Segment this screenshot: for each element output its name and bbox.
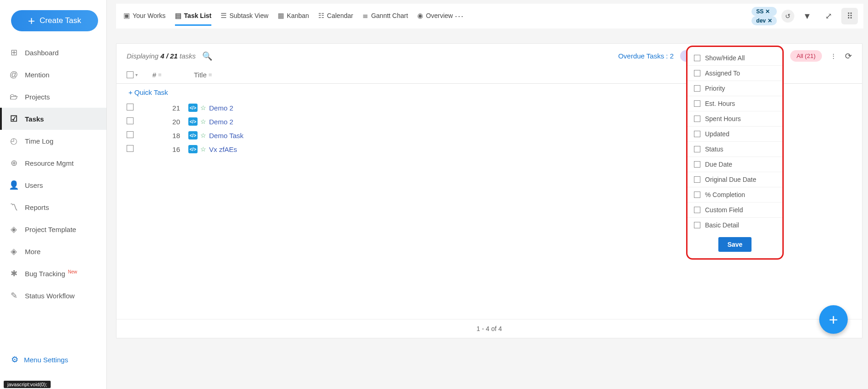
- sidebar-item-label: Mention: [25, 71, 49, 79]
- view-tab-subtask-view[interactable]: ☰Subtask View: [221, 7, 268, 26]
- showhide-option-est-hours[interactable]: Est. Hours: [687, 96, 782, 111]
- code-icon: </>: [188, 117, 198, 126]
- star-icon[interactable]: ☆: [200, 104, 206, 111]
- column-header-num[interactable]: #≡: [152, 71, 194, 79]
- more-views-icon[interactable]: ⋯: [453, 9, 466, 23]
- sidebar-item-mention[interactable]: @ Mention: [0, 64, 106, 86]
- expand-icon[interactable]: ⤢: [820, 8, 837, 24]
- select-caret-icon[interactable]: ▾: [135, 72, 138, 77]
- apps-grid-icon[interactable]: ⠿: [841, 8, 858, 24]
- overview-icon: ◉: [417, 12, 423, 20]
- view-tab-task-list[interactable]: ▤Task List: [175, 7, 212, 26]
- kebab-icon[interactable]: ⋮: [828, 51, 839, 62]
- showhide-option-status[interactable]: Status: [687, 142, 782, 157]
- sidebar-item-resource-mgmt[interactable]: ⊕ Resource Mgmt: [0, 152, 106, 174]
- column-header-title[interactable]: Title≡: [194, 71, 314, 79]
- checkbox[interactable]: [694, 161, 700, 168]
- row-checkbox[interactable]: [127, 131, 134, 138]
- time-log-icon: ◴: [9, 136, 18, 145]
- refresh-icon[interactable]: ⟳: [845, 51, 852, 61]
- showhide-option-due-date[interactable]: Due Date: [687, 157, 782, 172]
- showhide-option-show-hide-all[interactable]: Show/Hide All: [687, 51, 782, 66]
- star-icon[interactable]: ☆: [200, 132, 206, 139]
- showhide-option-updated[interactable]: Updated: [687, 127, 782, 142]
- view-tab-your-works[interactable]: ▣Your Works: [123, 7, 166, 26]
- history-icon[interactable]: ↺: [781, 10, 794, 23]
- status-tooltip: javascript:void(0);: [4, 381, 51, 388]
- sidebar-item-dashboard[interactable]: ⊞ Dashboard: [0, 41, 106, 64]
- checkbox[interactable]: [694, 131, 700, 137]
- showhide-option-original-due-date[interactable]: Original Due Date: [687, 172, 782, 187]
- sidebar-item-users[interactable]: 👤 Users: [0, 174, 106, 196]
- overdue-link[interactable]: Overdue Tasks : 2: [618, 52, 674, 60]
- all-filter-chip[interactable]: All (21): [790, 50, 822, 62]
- create-task-button[interactable]: + Create Task: [11, 10, 98, 31]
- filter-chip-ss[interactable]: SS ✕: [751, 7, 777, 16]
- sidebar-item-project-template[interactable]: ◈ Project Template: [0, 218, 106, 240]
- star-icon[interactable]: ☆: [200, 118, 206, 125]
- pager-text: 1 - 4 of 4: [117, 319, 862, 338]
- your-works-icon: ▣: [123, 12, 130, 20]
- row-number: 18: [152, 132, 188, 139]
- filter-icon[interactable]: ▼: [799, 8, 816, 24]
- gear-icon: ⚙: [10, 355, 19, 364]
- task-link[interactable]: Demo 2: [209, 118, 233, 126]
- checkbox[interactable]: [694, 55, 700, 61]
- sidebar-item-label: Tasks: [25, 115, 44, 123]
- row-number: 16: [152, 145, 188, 153]
- task-list-icon: ▤: [175, 12, 181, 20]
- showhide-option--completion[interactable]: % Completion: [687, 187, 782, 203]
- sidebar-item-status-workflow[interactable]: ✎ Status Workflow: [0, 284, 106, 307]
- showhide-option-spent-hours[interactable]: Spent Hours: [687, 111, 782, 127]
- checkbox[interactable]: [694, 222, 700, 228]
- showhide-option-custom-field[interactable]: Custom Field: [687, 203, 782, 218]
- view-tab-overview[interactable]: ◉Overview: [417, 7, 453, 26]
- tasks-icon: ☑: [9, 114, 18, 123]
- row-checkbox[interactable]: [127, 117, 134, 124]
- row-checkbox[interactable]: [127, 104, 134, 110]
- save-button[interactable]: Save: [718, 237, 752, 252]
- view-tab-kanban[interactable]: ▦Kanban: [278, 7, 309, 26]
- showhide-option-basic-detail[interactable]: Basic Detail: [687, 218, 782, 232]
- filter-chip-dev[interactable]: dev ✕: [751, 16, 777, 25]
- task-link[interactable]: Demo 2: [209, 104, 233, 112]
- checkbox[interactable]: [694, 176, 700, 183]
- view-tab-ganntt-chart[interactable]: ≣Ganntt Chart: [362, 7, 408, 26]
- reports-icon: 〽: [9, 203, 18, 212]
- sidebar-item-more[interactable]: ◈ More: [0, 240, 106, 262]
- checkbox[interactable]: [694, 146, 700, 152]
- sidebar-item-time-log[interactable]: ◴ Time Log: [0, 130, 106, 152]
- sidebar-item-reports[interactable]: 〽 Reports: [0, 196, 106, 218]
- sidebar-item-label: Projects: [25, 93, 50, 101]
- task-link[interactable]: Vx zfAEs: [209, 145, 237, 153]
- showhide-option-assigned-to[interactable]: Assigned To: [687, 66, 782, 81]
- resource-mgmt-icon: ⊕: [9, 158, 18, 168]
- row-checkbox[interactable]: [127, 145, 134, 152]
- checkbox[interactable]: [694, 100, 700, 107]
- checkbox[interactable]: [694, 207, 700, 213]
- sidebar-item-projects[interactable]: 🗁 Projects: [0, 86, 106, 108]
- task-link[interactable]: Demo Task: [209, 132, 244, 139]
- checkbox[interactable]: [694, 85, 700, 92]
- star-icon[interactable]: ☆: [200, 145, 206, 153]
- checkbox[interactable]: [694, 70, 700, 76]
- checkbox[interactable]: [694, 116, 700, 122]
- view-tab-calendar[interactable]: ☷Calendar: [318, 7, 353, 26]
- close-icon[interactable]: ✕: [765, 8, 770, 15]
- main-panel: Displaying 4 / 21 tasks 🔍 Overdue Tasks …: [116, 43, 862, 338]
- checkbox[interactable]: [694, 192, 700, 198]
- search-icon[interactable]: 🔍: [202, 51, 212, 61]
- sidebar-item-bug-tracking[interactable]: ✱ Bug TrackingNew: [0, 262, 106, 284]
- dashboard-icon: ⊞: [9, 48, 18, 57]
- mention-icon: @: [9, 70, 18, 79]
- close-icon[interactable]: ✕: [768, 17, 772, 24]
- plus-icon: +: [28, 15, 35, 27]
- fab-add-button[interactable]: +: [819, 305, 848, 334]
- menu-settings[interactable]: ⚙ Menu Settings: [0, 348, 106, 371]
- select-all-checkbox[interactable]: [127, 71, 134, 78]
- showhide-option-priority[interactable]: Priority: [687, 81, 782, 96]
- sidebar-item-label: More: [25, 248, 41, 255]
- sidebar-item-tasks[interactable]: ☑ Tasks: [0, 108, 106, 130]
- sidebar-item-label: Status Workflow: [25, 292, 75, 300]
- row-number: 20: [152, 118, 188, 126]
